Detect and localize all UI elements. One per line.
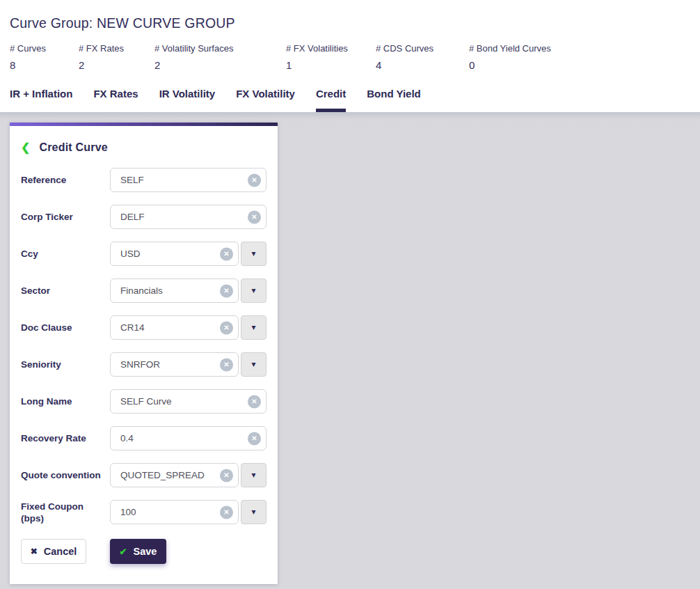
stat-item: # FX Rates2 xyxy=(79,43,154,71)
input-wrap: ✕ xyxy=(110,242,239,266)
input-wrap: ✕ xyxy=(110,463,239,487)
clear-icon[interactable]: ✕ xyxy=(220,247,233,260)
cancel-button-label: Cancel xyxy=(44,546,77,557)
field-label-recovery-rate: Recovery Rate xyxy=(21,432,110,444)
page-title: Curve Group: NEW CURVE GROUP xyxy=(10,15,700,31)
save-button[interactable]: ✔ Save xyxy=(110,539,166,564)
form-row-corp-ticker: Corp Ticker✕ xyxy=(21,205,267,229)
clear-icon[interactable]: ✕ xyxy=(248,210,261,223)
long-name-input[interactable] xyxy=(110,389,267,414)
check-icon: ✔ xyxy=(120,547,127,557)
form-row-reference: Reference✕ xyxy=(21,168,267,192)
tab-fx-rates[interactable]: FX Rates xyxy=(93,88,138,112)
stat-label: # Curves xyxy=(10,43,79,54)
stat-item: # Bond Yield Curves0 xyxy=(469,43,551,71)
stat-label: # FX Volatilities xyxy=(286,43,376,54)
form-row-long-name: Long Name✕ xyxy=(21,389,267,414)
field-quote-convention: ✕▾ xyxy=(110,463,267,487)
input-wrap: ✕ xyxy=(110,315,239,340)
input-wrap: ✕ xyxy=(110,500,239,524)
stat-item: # Volatility Surfaces2 xyxy=(154,43,286,71)
input-wrap: ✕ xyxy=(110,389,267,414)
field-corp-ticker: ✕ xyxy=(110,205,267,229)
input-wrap: ✕ xyxy=(110,278,239,303)
field-label-corp-ticker: Corp Ticker xyxy=(21,211,110,223)
form-row-seniority: Seniority✕▾ xyxy=(21,352,267,377)
reference-input[interactable] xyxy=(110,168,267,192)
clear-icon[interactable]: ✕ xyxy=(248,173,261,187)
field-label-quote-convention: Quote convention xyxy=(21,469,110,481)
tab-fx-volatility[interactable]: FX Volatility xyxy=(236,88,295,112)
form-row-quote-convention: Quote convention✕▾ xyxy=(21,463,267,487)
cancel-button[interactable]: ✖ Cancel xyxy=(21,539,86,564)
stat-item: # Curves8 xyxy=(10,43,79,71)
tab-ir-volatility[interactable]: IR Volatility xyxy=(159,88,216,112)
clear-icon[interactable]: ✕ xyxy=(220,284,233,297)
chevron-down-icon: ▾ xyxy=(251,286,255,294)
page-header: Curve Group: NEW CURVE GROUP # Curves8# … xyxy=(0,0,700,112)
field-label-reference: Reference xyxy=(21,174,110,186)
chevron-down-icon: ▾ xyxy=(251,471,255,479)
field-fixed-coupon-bps: ✕▾ xyxy=(110,500,267,524)
clear-icon[interactable]: ✕ xyxy=(248,432,261,445)
field-long-name: ✕ xyxy=(110,389,267,414)
panel-header: ❮ Credit Curve xyxy=(21,141,267,154)
field-label-seniority: Seniority xyxy=(21,359,110,370)
chevron-down-icon: ▾ xyxy=(251,323,255,331)
panel-title: Credit Curve xyxy=(39,141,107,154)
save-button-label: Save xyxy=(134,546,157,557)
stat-label: # FX Rates xyxy=(79,43,154,54)
stat-value: 0 xyxy=(469,59,551,71)
form-row-ccy: Ccy✕▾ xyxy=(21,242,267,266)
clear-icon[interactable]: ✕ xyxy=(248,395,261,408)
field-recovery-rate: ✕ xyxy=(110,426,267,450)
stats-row: # Curves8# FX Rates2# Volatility Surface… xyxy=(10,43,700,71)
tab-bond-yield[interactable]: Bond Yield xyxy=(367,88,421,112)
field-label-fixed-coupon-bps: Fixed Coupon (bps) xyxy=(21,501,110,524)
dropdown-toggle-sector[interactable]: ▾ xyxy=(241,278,267,303)
dropdown-toggle-quote-convention[interactable]: ▾ xyxy=(241,463,267,487)
form-row-recovery-rate: Recovery Rate✕ xyxy=(21,426,267,450)
input-wrap: ✕ xyxy=(110,426,267,450)
input-wrap: ✕ xyxy=(110,205,267,229)
stat-value: 1 xyxy=(286,59,376,71)
app-window: Curve Group: NEW CURVE GROUP # Curves8# … xyxy=(0,0,700,589)
tab-credit[interactable]: Credit xyxy=(316,88,346,112)
tab-ir-inflation[interactable]: IR + Inflation xyxy=(10,88,72,112)
corp-ticker-input[interactable] xyxy=(110,205,267,229)
dropdown-toggle-seniority[interactable]: ▾ xyxy=(241,352,267,377)
form-row-fixed-coupon-bps: Fixed Coupon (bps)✕▾ xyxy=(21,500,267,524)
stat-item: # FX Volatilities1 xyxy=(286,43,376,71)
dropdown-toggle-doc-clause[interactable]: ▾ xyxy=(241,315,267,340)
chevron-left-icon[interactable]: ❮ xyxy=(21,141,30,154)
tab-bar: IR + InflationFX RatesIR VolatilityFX Vo… xyxy=(10,88,700,112)
field-sector: ✕▾ xyxy=(110,278,267,303)
stat-value: 2 xyxy=(154,59,286,71)
clear-icon[interactable]: ✕ xyxy=(220,358,233,371)
form-row-doc-clause: Doc Clause✕▾ xyxy=(21,315,267,340)
stat-value: 4 xyxy=(376,59,469,71)
clear-icon[interactable]: ✕ xyxy=(220,505,233,519)
clear-icon[interactable]: ✕ xyxy=(220,469,233,482)
recovery-rate-input[interactable] xyxy=(110,426,267,450)
panel-accent-bar xyxy=(10,123,278,126)
field-label-long-name: Long Name xyxy=(21,395,110,407)
x-icon: ✖ xyxy=(31,547,38,556)
clear-icon[interactable]: ✕ xyxy=(220,321,233,334)
stat-label: # Bond Yield Curves xyxy=(469,43,551,54)
input-wrap: ✕ xyxy=(110,352,239,377)
stat-item: # CDS Curves4 xyxy=(376,43,469,71)
field-label-ccy: Ccy xyxy=(21,248,110,260)
field-reference: ✕ xyxy=(110,168,267,192)
dropdown-toggle-ccy[interactable]: ▾ xyxy=(241,242,267,266)
stat-value: 2 xyxy=(79,59,154,71)
dropdown-toggle-fixed-coupon-bps[interactable]: ▾ xyxy=(241,500,267,524)
chevron-down-icon: ▾ xyxy=(251,508,255,516)
input-wrap: ✕ xyxy=(110,168,267,192)
chevron-down-icon: ▾ xyxy=(251,249,255,258)
chevron-down-icon: ▾ xyxy=(251,360,255,368)
content-area: ❮ Credit Curve Reference✕Corp Ticker✕Ccy… xyxy=(0,112,700,589)
stat-label: # Volatility Surfaces xyxy=(154,43,286,54)
field-label-doc-clause: Doc Clause xyxy=(21,322,110,333)
credit-curve-form: Reference✕Corp Ticker✕Ccy✕▾Sector✕▾Doc C… xyxy=(21,168,267,524)
